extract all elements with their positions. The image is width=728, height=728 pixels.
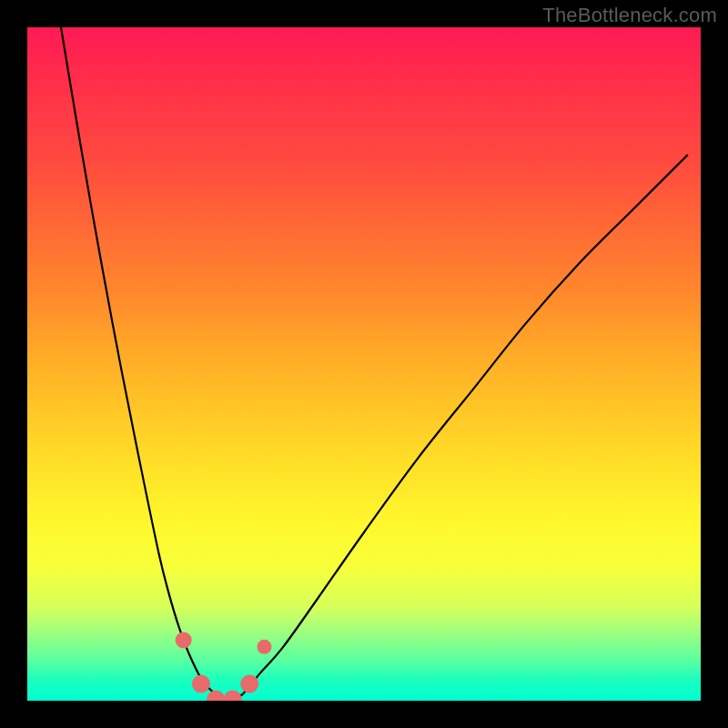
plot-area bbox=[27, 27, 701, 701]
svg-point-1 bbox=[192, 675, 210, 693]
chart-frame: TheBottleneck.com bbox=[0, 0, 728, 728]
data-markers bbox=[176, 632, 272, 701]
watermark-text: TheBottleneck.com bbox=[542, 4, 717, 27]
svg-point-3 bbox=[224, 691, 242, 701]
left-curve bbox=[61, 27, 229, 701]
right-curve bbox=[229, 156, 687, 701]
plot-svg bbox=[27, 27, 701, 701]
svg-point-0 bbox=[176, 632, 192, 648]
svg-point-5 bbox=[257, 640, 271, 654]
svg-point-4 bbox=[240, 675, 258, 693]
svg-point-2 bbox=[207, 691, 225, 701]
